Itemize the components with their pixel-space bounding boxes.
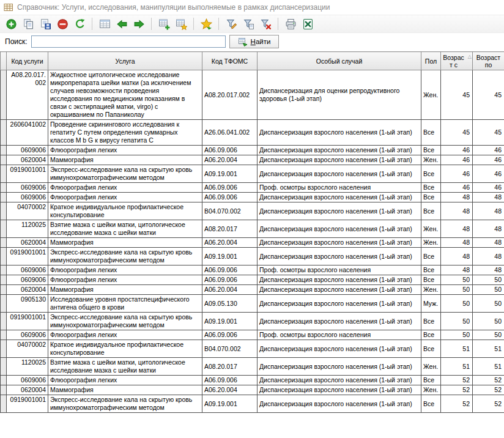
row-selector-cell[interactable] [1, 376, 7, 385]
cell-age_to: 52 [473, 385, 504, 395]
row-selector-cell[interactable] [1, 385, 7, 395]
cell-age_to: 45 [473, 70, 504, 120]
row-selector-cell[interactable] [1, 70, 7, 120]
column-header-tfoms[interactable]: Код ТФОМС [202, 52, 258, 70]
cell-gender: Жен. [421, 358, 441, 376]
row-selector-cell[interactable] [1, 183, 7, 193]
cell-tfoms: A06.09.006 [202, 265, 258, 275]
row-selector-cell[interactable] [1, 155, 7, 165]
table-row[interactable]: 0905130Исследование уровня простатспециф… [1, 295, 504, 313]
titlebar: Справочник: Услуги, исследования, манипу… [0, 0, 504, 15]
table-row[interactable]: 0620004МаммографияA06.20.004Диспансериза… [1, 285, 504, 295]
table-select-button[interactable] [97, 16, 113, 32]
table-row[interactable]: 0919001001Экспресс-исследование кала на … [1, 248, 504, 265]
find-button-label: Найти [251, 38, 271, 45]
table-row[interactable]: 0609006Флюорография легкихA06.09.006Проф… [1, 183, 504, 193]
filter-edit-button[interactable] [223, 16, 239, 32]
row-selector-cell[interactable] [1, 193, 7, 202]
cell-code: 0919001001 [7, 248, 48, 265]
cell-gender: Муж. [421, 295, 441, 313]
excel-export-button[interactable] [300, 16, 316, 32]
cell-age_from: 45 [441, 120, 473, 146]
column-header-gender[interactable]: Пол [421, 52, 441, 70]
cell-age_from: 48 [441, 238, 473, 248]
row-selector-cell[interactable] [1, 165, 7, 183]
cell-special: Проф. осмотры взрослого населения [258, 183, 421, 193]
table-row[interactable]: 0609006Флюорография легкихA06.09.006Дисп… [1, 146, 504, 155]
save-button[interactable] [37, 16, 53, 32]
table-row[interactable]: 0609006Флюорография легкихA06.09.006Проф… [1, 265, 504, 275]
row-selector-cell[interactable] [1, 358, 7, 376]
row-selector-cell[interactable] [1, 330, 7, 340]
cell-gender: Все [421, 165, 441, 183]
search-input[interactable] [31, 35, 226, 48]
refresh-button[interactable] [72, 16, 87, 32]
save-icon [40, 18, 51, 30]
grid-header-row: Код услугиУслугаКод ТФОМСОсобый случайПо… [1, 52, 504, 70]
table-row[interactable]: 04070002Краткое индивидуальное профилакт… [1, 340, 504, 358]
row-selector-cell[interactable] [1, 275, 7, 285]
row-selector-cell[interactable] [1, 265, 7, 275]
table-row[interactable]: 2606041002Проведение скринингового иссле… [1, 120, 504, 146]
table-add-button[interactable] [156, 16, 172, 32]
row-selector-cell[interactable] [1, 285, 7, 295]
cell-special: Диспансеризация взрослого населения (1-ы… [258, 313, 421, 330]
column-header-service[interactable]: Услуга [48, 52, 202, 70]
table-row[interactable]: 0919001001Экспресс-исследование кала на … [1, 165, 504, 183]
table-row[interactable]: 0620004МаммографияA06.20.004Диспансериза… [1, 238, 504, 248]
cell-age_from: 45 [441, 70, 473, 120]
cell-code: 0609006 [7, 376, 48, 385]
table-row[interactable]: 0620004МаммографияA06.20.004Диспансериза… [1, 155, 504, 165]
copy-button[interactable] [20, 16, 36, 32]
bookmark-button[interactable] [198, 16, 214, 32]
prev-button[interactable] [114, 16, 130, 32]
row-selector-cell[interactable] [1, 146, 7, 155]
cell-special: Диспансеризация взрослого населения (1-ы… [258, 295, 421, 313]
delete-button[interactable] [54, 16, 70, 32]
cell-gender: Все [421, 330, 441, 340]
row-selector-cell[interactable] [1, 340, 7, 358]
table-row[interactable]: A08.20.017.002Жидкостное цитологическое … [1, 70, 504, 120]
column-header-label: Услуга [115, 58, 135, 65]
row-selector-cell[interactable] [1, 295, 7, 313]
cell-service: Экспресс-исследование кала на скрытую кр… [48, 395, 202, 413]
filter-clear-button[interactable] [258, 16, 273, 32]
table-row[interactable]: 0609006Флюорография легкихA06.09.006Дисп… [1, 275, 504, 285]
table-row[interactable]: 1120025Взятие мазка с шейки матки, цитол… [1, 358, 504, 376]
row-selector-cell[interactable] [1, 313, 7, 330]
table-row[interactable]: 0620004МаммографияA06.20.004Диспансериза… [1, 385, 504, 395]
column-header-code[interactable]: Код услуги [7, 52, 48, 70]
print-icon [285, 18, 297, 30]
row-selector-cell[interactable] [1, 248, 7, 265]
toolbar-separator [151, 18, 152, 30]
table-row[interactable]: 0609006Флюорография легкихA06.09.006Дисп… [1, 193, 504, 202]
sort-ascending-icon: △ [468, 54, 472, 59]
print-button[interactable] [283, 16, 298, 32]
table-row[interactable]: 0609006Флюорография легкихA06.09.006Проф… [1, 330, 504, 340]
filter-apply-button[interactable] [240, 16, 256, 32]
table-row[interactable]: 0609006Флюорография легкихA06.09.006Дисп… [1, 376, 504, 385]
row-selector-cell[interactable] [1, 120, 7, 146]
cell-code: 1120025 [7, 220, 48, 238]
column-header-special[interactable]: Особый случай [258, 52, 421, 70]
column-header-age_from[interactable]: Возраст с△ [441, 52, 473, 70]
column-header-age_to[interactable]: Возраст по [473, 52, 504, 70]
table-row[interactable]: 0919001001Экспресс-исследование кала на … [1, 313, 504, 330]
row-selector-cell[interactable] [1, 202, 7, 220]
cell-age_to: 48 [473, 220, 504, 238]
row-selector-cell[interactable] [1, 395, 7, 413]
find-button[interactable]: Найти [229, 35, 280, 48]
next-button[interactable] [131, 16, 147, 32]
cell-tfoms: A09.19.001 [202, 313, 258, 330]
add-button[interactable] [3, 16, 19, 32]
table-row[interactable]: 0919001001Экспресс-исследование кала на … [1, 395, 504, 413]
row-selector-cell[interactable] [1, 238, 7, 248]
row-selector-cell[interactable] [1, 220, 7, 238]
cell-gender: Все [421, 376, 441, 385]
cell-service: Исследование уровня простатспецифическог… [48, 295, 202, 313]
cell-special: Диспансеризация взрослого населения (1-ы… [258, 193, 421, 202]
table-row[interactable]: 04070002Краткое индивидуальное профилакт… [1, 202, 504, 220]
table-star-button[interactable] [173, 16, 189, 32]
table-row[interactable]: 1120025Взятие мазка с шейки матки, цитол… [1, 220, 504, 238]
column-header-label: Код ТФОМС [212, 58, 248, 65]
